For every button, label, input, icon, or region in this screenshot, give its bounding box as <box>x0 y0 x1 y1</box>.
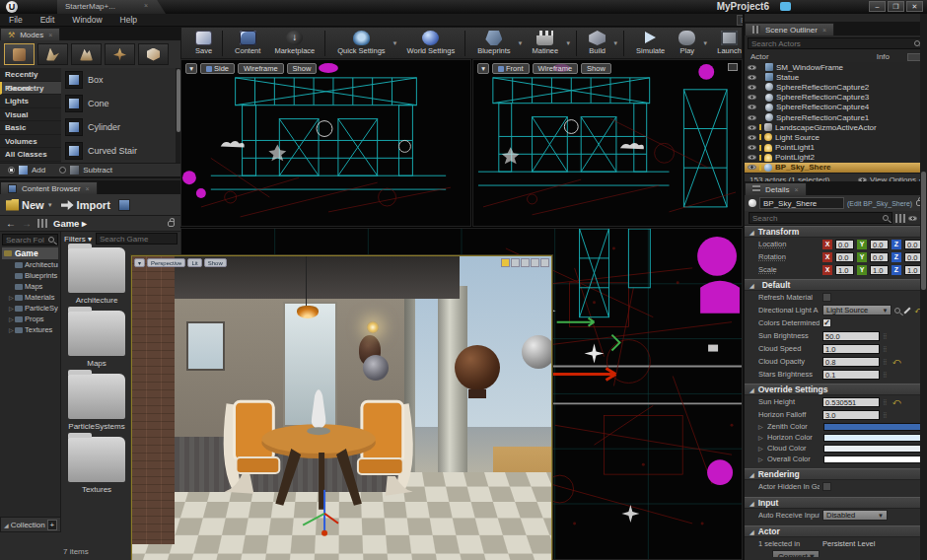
forward-arrow-icon[interactable]: → <box>22 218 32 229</box>
spinner-icon[interactable]: ⣿ <box>883 411 890 418</box>
viewmode-button[interactable]: Wireframe <box>238 63 284 74</box>
minimize-button[interactable]: – <box>869 1 886 12</box>
tree-folder-item[interactable]: Architectur <box>2 259 58 270</box>
expander-icon[interactable]: ▷ <box>758 423 764 430</box>
color-swatch[interactable] <box>823 434 923 442</box>
visibility-eye-icon[interactable] <box>748 115 756 120</box>
toolbar-button[interactable]: Matinee <box>527 30 565 56</box>
reset-to-default-icon[interactable]: ⤺ <box>892 357 901 367</box>
spinner-icon[interactable]: ⣿ <box>883 358 890 365</box>
camera-speed-icon[interactable] <box>540 258 549 267</box>
save-all-icon[interactable] <box>118 199 130 211</box>
menu-item[interactable]: Window <box>63 15 110 25</box>
section-rendering[interactable]: ◢Rendering <box>745 468 927 480</box>
value-field[interactable]: 3.0 <box>822 410 880 420</box>
y-value-field[interactable]: 0.0 <box>870 252 889 262</box>
import-button[interactable]: Import <box>61 199 110 211</box>
visibility-eye-icon[interactable] <box>748 165 756 170</box>
viewport-options-button[interactable]: ▾ <box>477 63 489 74</box>
breadcrumb[interactable]: Game ▸ <box>53 218 87 229</box>
directional-light-dropdown[interactable]: Light Source▼ <box>822 305 891 315</box>
tab-content-browser[interactable]: Content Browser × <box>0 181 98 194</box>
viewport-options-button[interactable]: ▾ <box>134 258 145 267</box>
modes-category-item[interactable]: All Classes <box>0 148 61 162</box>
expander-icon[interactable]: ▷ <box>758 455 764 462</box>
modes-category-item[interactable]: Lights <box>0 95 61 108</box>
actor-row[interactable]: BP_Sky_Shere <box>745 163 927 173</box>
expander-icon[interactable]: ▷ <box>758 434 764 441</box>
refresh-material-checkbox[interactable] <box>822 293 831 302</box>
show-button[interactable]: Show <box>204 258 227 267</box>
edit-blueprint-link[interactable]: (Edit BP_Sky_Shere) <box>847 200 912 207</box>
tree-folder-item[interactable]: ▷ Textures <box>2 324 58 335</box>
viewport-type-button[interactable]: Perspective <box>147 258 185 267</box>
browse-icon[interactable] <box>894 308 900 314</box>
viewmode-button[interactable]: Wireframe <box>533 63 579 74</box>
add-radio[interactable] <box>8 167 15 174</box>
color-swatch[interactable] <box>823 423 923 431</box>
actor-row[interactable]: PointLight2 <box>745 153 927 163</box>
search-assets-input[interactable] <box>100 235 174 244</box>
modes-category-item[interactable]: Geometry <box>0 82 61 96</box>
spinner-icon[interactable]: ⣿ <box>883 332 890 339</box>
close-button[interactable]: ✕ <box>906 1 923 12</box>
asset-folder-tile[interactable]: ParticleSystems <box>65 374 128 431</box>
landscape-mode-button[interactable] <box>71 43 102 65</box>
visibility-eye-icon[interactable] <box>748 85 756 90</box>
toolbar-button[interactable]: Blueprints <box>471 30 516 56</box>
close-icon[interactable]: × <box>48 32 52 38</box>
color-swatch[interactable] <box>823 455 923 463</box>
viewport-front[interactable]: ▾ Front Wireframe Show <box>472 59 743 227</box>
geometry-brush-item[interactable]: Cylinder <box>61 115 180 139</box>
x-value-field[interactable]: 0.0 <box>835 252 854 262</box>
chevron-down-icon[interactable]: ▼ <box>565 40 571 46</box>
section-transform[interactable]: ◢Transform <box>745 226 927 238</box>
menu-item[interactable]: File <box>0 15 32 25</box>
modes-category-item[interactable]: Basic <box>0 121 61 135</box>
geometry-brush-item[interactable]: Box <box>61 68 180 92</box>
expander-icon[interactable]: ▷ <box>9 315 13 322</box>
scale-tool-icon[interactable] <box>521 258 530 267</box>
expander-icon[interactable]: ▷ <box>9 294 13 301</box>
viewport-side[interactable]: ▾ Side Wireframe Show <box>180 59 471 227</box>
add-collection-button[interactable]: + <box>47 520 57 530</box>
paint-mode-button[interactable] <box>37 43 68 65</box>
toolbar-button[interactable]: Marketplace <box>268 30 321 56</box>
chevron-down-icon[interactable]: ▼ <box>518 40 524 46</box>
tab-modes[interactable]: ⚒ Modes × <box>0 28 60 40</box>
modes-category-item[interactable]: Visual <box>0 108 61 122</box>
property-matrix-icon[interactable] <box>895 214 905 223</box>
column-actor[interactable]: Actor <box>750 52 769 61</box>
tree-folder-item[interactable]: Maps <box>2 281 58 292</box>
x-value-field[interactable]: 1.0 <box>835 265 854 275</box>
details-scrollbar[interactable] <box>920 14 927 560</box>
lock-icon[interactable] <box>168 221 175 227</box>
maximize-viewport-icon[interactable] <box>728 63 738 71</box>
tree-folder-item[interactable]: Blueprints <box>2 270 58 281</box>
actor-name-field[interactable]: BP_Sky_Shere <box>759 197 844 209</box>
value-field[interactable]: 50.0 <box>822 331 880 341</box>
actor-row[interactable]: SphereReflectionCapture3 <box>745 93 927 103</box>
close-icon[interactable]: × <box>794 186 798 193</box>
convert-button[interactable]: Convert ▾ <box>772 550 820 557</box>
actor-row[interactable]: LandscapeGizmoActiveActor <box>745 122 927 132</box>
value-field[interactable]: 0.1 <box>822 370 880 380</box>
search-folders-input[interactable] <box>6 236 45 245</box>
toolbar-button[interactable]: Play <box>673 30 701 56</box>
new-asset-button[interactable]: New ▼ <box>6 199 53 211</box>
menu-item[interactable]: Edit <box>32 15 64 25</box>
tab-details[interactable]: Details × <box>745 182 807 195</box>
expander-icon[interactable]: ▷ <box>9 305 13 312</box>
chevron-down-icon[interactable]: ▼ <box>612 40 618 46</box>
actor-row[interactable]: SphereReflectionCapture2 <box>745 82 927 92</box>
details-search-input[interactable] <box>752 214 880 223</box>
tree-root-game[interactable]: Game <box>2 247 58 259</box>
filters-button[interactable]: Filters ▾ <box>64 235 92 244</box>
close-icon[interactable]: × <box>822 27 826 34</box>
geometry-brush-item[interactable]: Curved Stair <box>61 139 180 163</box>
section-override-settings[interactable]: ◢Override Settings <box>745 384 927 395</box>
feedback-chat-icon[interactable] <box>780 2 791 11</box>
chevron-down-icon[interactable]: ▼ <box>702 40 708 46</box>
actor-row[interactable]: Light Source <box>745 132 927 142</box>
level-tab[interactable]: StarterMap+... × <box>57 0 166 14</box>
